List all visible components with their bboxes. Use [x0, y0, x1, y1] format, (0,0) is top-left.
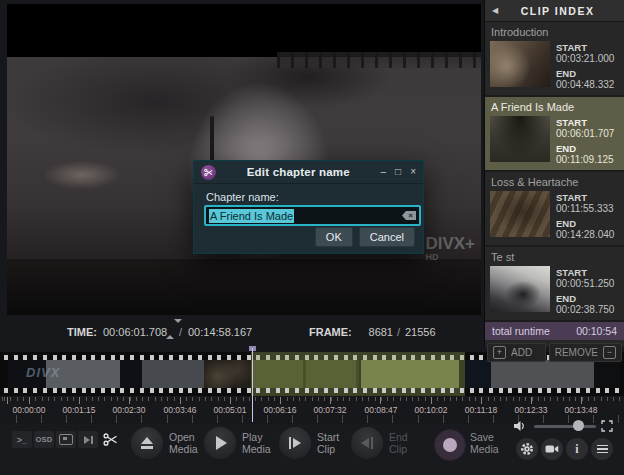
chapter-name-input[interactable]: A Friend Is Made × [204, 205, 421, 226]
open-media-label: OpenMedia [169, 431, 198, 455]
play-media-button[interactable] [204, 427, 236, 459]
start-label: START [556, 267, 614, 278]
film-frame [204, 360, 252, 388]
chapter-item-test[interactable]: Te st START 00:00:51.250 END 00:02:38.75… [485, 247, 624, 322]
divx-watermark-line2: HD [425, 253, 475, 262]
dialog-title: Edit chapter name [216, 166, 381, 178]
end-time: 00:04:48.332 [556, 79, 614, 90]
chapter-item-loss-heartache[interactable]: Loss & Heartache START 00:11:55.333 END … [485, 172, 624, 247]
cut-tool-button[interactable] [100, 431, 120, 448]
start-label: START [556, 192, 614, 203]
ruler-tick-label: 00:05:01 [213, 405, 246, 415]
ruler-tick-label: 00:13:48 [564, 405, 597, 415]
volume-slider-track[interactable] [534, 425, 596, 428]
end-time: 00:14:28.040 [556, 229, 614, 240]
start-time: 00:06:01.707 [556, 128, 614, 139]
osd-toggle-button[interactable]: OSD [34, 431, 54, 448]
record-icon [443, 438, 457, 452]
frame-capture-button[interactable] [56, 431, 76, 448]
start-time: 00:00:51.250 [556, 278, 614, 289]
start-label: START [556, 117, 614, 128]
ok-button[interactable]: OK [315, 227, 353, 247]
save-media-button[interactable] [434, 429, 466, 461]
frame-icon [59, 434, 73, 445]
ruler-major-ticks [0, 397, 624, 404]
mini-toolbar: >_ OSD [12, 431, 120, 448]
terminal-toggle-button[interactable]: >_ [12, 431, 32, 448]
app-icon [201, 165, 216, 180]
video-figure-detail [210, 116, 214, 164]
volume-slider-handle[interactable] [573, 420, 584, 431]
ruler-tick-label: 00:08:47 [364, 405, 397, 415]
step-frame-button[interactable] [78, 431, 98, 448]
chapter-times: START 00:11:55.333 END 00:14:28.040 [556, 191, 614, 240]
divx-watermark-line1: DIVX+ [425, 235, 475, 252]
selected-clip-overlay-bright [361, 360, 459, 388]
end-label: END [556, 218, 614, 229]
total-runtime-row: total runtime 00:10:54 [485, 322, 624, 340]
fullscreen-icon[interactable] [601, 420, 613, 432]
info-button[interactable]: i [566, 438, 588, 460]
time-spinner[interactable] [166, 323, 174, 337]
chapter-item-introduction[interactable]: Introduction START 00:03:21.000 END 00:0… [485, 22, 624, 97]
chapter-item-a-friend-is-made[interactable]: A Friend Is Made START 00:06:01.707 END … [485, 97, 624, 172]
start-time: 00:11:55.333 [556, 203, 614, 214]
end-clip-button[interactable] [351, 427, 383, 459]
frame-current-value: 8681 [357, 326, 393, 338]
ruler-tick-label: 00:10:02 [414, 405, 447, 415]
clip-index-panel: ◀ CLIP INDEX Introduction START 00:03:21… [484, 0, 624, 347]
time-separator: / [179, 326, 182, 338]
clip-index-title: CLIP INDEX [498, 5, 617, 17]
time-total-value: 00:14:58.167 [188, 326, 252, 338]
camera-icon [545, 443, 559, 455]
end-clip-label: EndClip [389, 431, 408, 455]
chapter-name-field-label: Chapter name: [206, 191, 279, 203]
total-runtime-label: total runtime [492, 325, 550, 337]
end-time: 00:11:09.125 [556, 154, 614, 165]
ruler-tick-label: 00:02:30 [112, 405, 145, 415]
video-settings-button[interactable] [541, 438, 563, 460]
add-chapter-button[interactable]: + ADD [487, 343, 546, 362]
divx-watermark: DIVX+ HD [425, 235, 475, 262]
plus-icon: + [493, 346, 506, 359]
film-sprocket-holes-bottom [4, 388, 620, 393]
step-forward-icon [84, 436, 93, 444]
frame-separator: / [397, 326, 400, 338]
start-time: 00:03:21.000 [556, 53, 614, 64]
close-button[interactable]: × [410, 167, 416, 177]
remove-chapter-button[interactable]: REMOVE − [549, 343, 622, 362]
dialog-titlebar[interactable]: Edit chapter name – □ × [194, 161, 423, 184]
speaker-icon[interactable] [513, 420, 526, 432]
spinner-up-icon[interactable] [166, 323, 174, 339]
remove-label: REMOVE [555, 347, 598, 358]
video-ground-detail [7, 259, 481, 315]
scissors-icon [204, 168, 213, 177]
panel-actions: + ADD REMOVE − [485, 340, 624, 365]
end-label: END [556, 68, 614, 79]
settings-button[interactable] [516, 438, 538, 460]
clip-start-icon [289, 437, 302, 449]
time-current-value[interactable]: 00:06:01.708 [103, 326, 167, 338]
total-runtime-value: 00:10:54 [576, 325, 617, 337]
playhead-line[interactable] [252, 348, 253, 422]
ruler-secondary-ticks [0, 415, 624, 423]
maximize-button[interactable]: □ [395, 167, 401, 177]
start-clip-button[interactable] [279, 427, 311, 459]
open-media-button[interactable] [131, 427, 163, 459]
video-ridge-detail [277, 52, 481, 68]
chapter-thumbnail [490, 116, 550, 162]
timeline-ruler[interactable]: 00:00:00 00:01:15 00:02:30 00:03:46 00:0… [0, 397, 624, 424]
ruler-tick-label: 00:03:46 [163, 405, 196, 415]
clip-index-header: ◀ CLIP INDEX [485, 0, 624, 22]
film-frame [142, 360, 204, 388]
clear-input-icon[interactable]: × [402, 211, 416, 220]
minimize-button[interactable]: – [381, 167, 387, 177]
cancel-button[interactable]: Cancel [359, 227, 415, 247]
film-frame [46, 360, 120, 388]
end-time: 00:02:38.750 [556, 304, 614, 315]
list-icon [597, 445, 608, 454]
chapter-name: A Friend Is Made [491, 101, 619, 113]
start-clip-label: StartClip [317, 431, 339, 455]
playlist-button[interactable] [591, 438, 613, 460]
save-media-label: SaveMedia [470, 431, 499, 455]
